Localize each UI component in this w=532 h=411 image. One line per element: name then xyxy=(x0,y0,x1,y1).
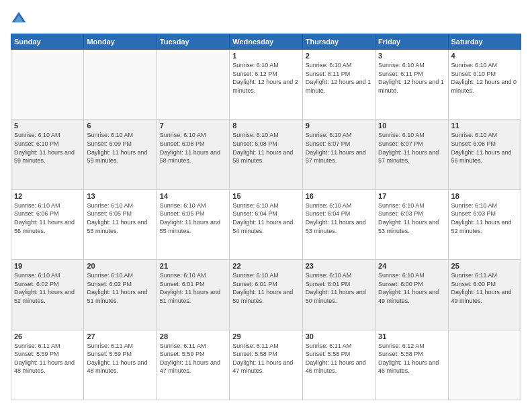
day-info: Sunrise: 6:10 AM Sunset: 6:07 PM Dayligh… xyxy=(378,131,445,165)
calendar-cell: 29Sunrise: 6:11 AM Sunset: 5:58 PM Dayli… xyxy=(230,330,302,400)
day-info: Sunrise: 6:11 AM Sunset: 5:58 PM Dayligh… xyxy=(306,342,372,375)
calendar-cell: 12Sunrise: 6:10 AM Sunset: 6:06 PM Dayli… xyxy=(11,189,84,259)
day-number: 10 xyxy=(378,122,445,130)
week-row-1: 1Sunrise: 6:10 AM Sunset: 6:12 PM Daylig… xyxy=(11,50,521,120)
calendar-cell: 22Sunrise: 6:10 AM Sunset: 6:01 PM Dayli… xyxy=(230,260,302,330)
day-number: 19 xyxy=(14,262,81,270)
day-number: 14 xyxy=(160,192,226,200)
day-info: Sunrise: 6:10 AM Sunset: 6:11 PM Dayligh… xyxy=(306,61,372,95)
day-number: 5 xyxy=(14,122,81,130)
calendar-cell: 28Sunrise: 6:11 AM Sunset: 5:59 PM Dayli… xyxy=(157,330,229,400)
calendar-cell: 30Sunrise: 6:11 AM Sunset: 5:58 PM Dayli… xyxy=(302,330,375,400)
calendar-cell: 15Sunrise: 6:10 AM Sunset: 6:04 PM Dayli… xyxy=(230,189,302,259)
calendar-cell: 21Sunrise: 6:10 AM Sunset: 6:01 PM Dayli… xyxy=(157,260,229,330)
calendar-cell: 24Sunrise: 6:10 AM Sunset: 6:00 PM Dayli… xyxy=(375,260,448,330)
weekday-header-wednesday: Wednesday xyxy=(230,34,302,50)
calendar-cell: 1Sunrise: 6:10 AM Sunset: 6:12 PM Daylig… xyxy=(230,50,302,120)
calendar-table: SundayMondayTuesdayWednesdayThursdayFrid… xyxy=(11,34,521,400)
day-number: 8 xyxy=(232,122,299,130)
day-info: Sunrise: 6:10 AM Sunset: 6:11 PM Dayligh… xyxy=(378,61,445,95)
day-info: Sunrise: 6:10 AM Sunset: 6:10 PM Dayligh… xyxy=(451,61,518,95)
logo xyxy=(11,11,30,27)
calendar-cell: 17Sunrise: 6:10 AM Sunset: 6:03 PM Dayli… xyxy=(375,189,448,259)
calendar-cell: 16Sunrise: 6:10 AM Sunset: 6:04 PM Dayli… xyxy=(302,189,375,259)
day-number: 9 xyxy=(306,122,372,130)
page: SundayMondayTuesdayWednesdayThursdayFrid… xyxy=(0,0,532,411)
calendar-cell xyxy=(448,330,521,400)
day-number: 2 xyxy=(306,52,372,60)
day-info: Sunrise: 6:10 AM Sunset: 6:05 PM Dayligh… xyxy=(87,201,153,235)
day-info: Sunrise: 6:10 AM Sunset: 6:09 PM Dayligh… xyxy=(87,131,153,165)
weekday-header-sunday: Sunday xyxy=(11,34,84,50)
day-number: 1 xyxy=(232,52,299,60)
day-number: 18 xyxy=(451,192,518,200)
weekday-header-thursday: Thursday xyxy=(302,34,375,50)
header xyxy=(11,11,521,27)
calendar-cell: 3Sunrise: 6:10 AM Sunset: 6:11 PM Daylig… xyxy=(375,50,448,120)
day-number: 24 xyxy=(378,262,445,270)
day-number: 21 xyxy=(160,262,226,270)
day-number: 29 xyxy=(232,332,299,340)
day-info: Sunrise: 6:10 AM Sunset: 6:01 PM Dayligh… xyxy=(160,271,226,305)
weekday-header-tuesday: Tuesday xyxy=(157,34,229,50)
day-info: Sunrise: 6:10 AM Sunset: 6:12 PM Dayligh… xyxy=(232,61,299,95)
calendar-cell: 13Sunrise: 6:10 AM Sunset: 6:05 PM Dayli… xyxy=(84,189,157,259)
day-info: Sunrise: 6:10 AM Sunset: 6:07 PM Dayligh… xyxy=(306,131,372,165)
day-info: Sunrise: 6:10 AM Sunset: 6:02 PM Dayligh… xyxy=(87,271,153,305)
day-info: Sunrise: 6:10 AM Sunset: 6:01 PM Dayligh… xyxy=(306,271,372,305)
day-info: Sunrise: 6:10 AM Sunset: 6:03 PM Dayligh… xyxy=(451,201,518,235)
week-row-4: 19Sunrise: 6:10 AM Sunset: 6:02 PM Dayli… xyxy=(11,260,521,330)
day-info: Sunrise: 6:10 AM Sunset: 6:02 PM Dayligh… xyxy=(14,271,81,305)
week-row-2: 5Sunrise: 6:10 AM Sunset: 6:10 PM Daylig… xyxy=(11,120,521,189)
day-number: 30 xyxy=(306,332,372,340)
day-info: Sunrise: 6:11 AM Sunset: 5:59 PM Dayligh… xyxy=(160,342,226,375)
day-number: 28 xyxy=(160,332,226,340)
day-info: Sunrise: 6:10 AM Sunset: 6:04 PM Dayligh… xyxy=(232,201,299,235)
day-info: Sunrise: 6:11 AM Sunset: 5:59 PM Dayligh… xyxy=(14,342,81,375)
day-info: Sunrise: 6:10 AM Sunset: 6:05 PM Dayligh… xyxy=(160,201,226,235)
calendar-cell: 18Sunrise: 6:10 AM Sunset: 6:03 PM Dayli… xyxy=(448,189,521,259)
weekday-header-saturday: Saturday xyxy=(448,34,521,50)
calendar-cell: 8Sunrise: 6:10 AM Sunset: 6:08 PM Daylig… xyxy=(230,120,302,189)
day-info: Sunrise: 6:11 AM Sunset: 5:59 PM Dayligh… xyxy=(87,342,153,375)
calendar-cell: 26Sunrise: 6:11 AM Sunset: 5:59 PM Dayli… xyxy=(11,330,84,400)
day-info: Sunrise: 6:11 AM Sunset: 6:00 PM Dayligh… xyxy=(451,271,518,305)
logo-icon xyxy=(11,11,27,27)
day-info: Sunrise: 6:10 AM Sunset: 6:00 PM Dayligh… xyxy=(378,271,445,305)
day-info: Sunrise: 6:12 AM Sunset: 5:58 PM Dayligh… xyxy=(378,342,445,375)
day-info: Sunrise: 6:10 AM Sunset: 6:04 PM Dayligh… xyxy=(306,201,372,235)
day-info: Sunrise: 6:10 AM Sunset: 6:03 PM Dayligh… xyxy=(378,201,445,235)
day-number: 4 xyxy=(451,52,518,60)
day-info: Sunrise: 6:10 AM Sunset: 6:01 PM Dayligh… xyxy=(232,271,299,305)
calendar-cell: 9Sunrise: 6:10 AM Sunset: 6:07 PM Daylig… xyxy=(302,120,375,189)
day-number: 27 xyxy=(87,332,153,340)
day-number: 17 xyxy=(378,192,445,200)
day-info: Sunrise: 6:11 AM Sunset: 5:58 PM Dayligh… xyxy=(232,342,299,375)
weekday-header-monday: Monday xyxy=(84,34,157,50)
calendar-cell: 14Sunrise: 6:10 AM Sunset: 6:05 PM Dayli… xyxy=(157,189,229,259)
day-info: Sunrise: 6:10 AM Sunset: 6:08 PM Dayligh… xyxy=(160,131,226,165)
day-number: 16 xyxy=(306,192,372,200)
calendar-cell: 27Sunrise: 6:11 AM Sunset: 5:59 PM Dayli… xyxy=(84,330,157,400)
calendar-cell: 5Sunrise: 6:10 AM Sunset: 6:10 PM Daylig… xyxy=(11,120,84,189)
day-number: 13 xyxy=(87,192,153,200)
day-info: Sunrise: 6:10 AM Sunset: 6:06 PM Dayligh… xyxy=(14,201,81,235)
day-number: 22 xyxy=(232,262,299,270)
calendar-cell: 11Sunrise: 6:10 AM Sunset: 6:06 PM Dayli… xyxy=(448,120,521,189)
calendar-cell: 31Sunrise: 6:12 AM Sunset: 5:58 PM Dayli… xyxy=(375,330,448,400)
day-number: 3 xyxy=(378,52,445,60)
calendar-cell: 23Sunrise: 6:10 AM Sunset: 6:01 PM Dayli… xyxy=(302,260,375,330)
calendar-cell xyxy=(157,50,229,120)
day-number: 12 xyxy=(14,192,81,200)
day-info: Sunrise: 6:10 AM Sunset: 6:06 PM Dayligh… xyxy=(451,131,518,165)
day-number: 11 xyxy=(451,122,518,130)
calendar-cell: 6Sunrise: 6:10 AM Sunset: 6:09 PM Daylig… xyxy=(84,120,157,189)
calendar-cell: 19Sunrise: 6:10 AM Sunset: 6:02 PM Dayli… xyxy=(11,260,84,330)
weekday-header-friday: Friday xyxy=(375,34,448,50)
weekday-header-row: SundayMondayTuesdayWednesdayThursdayFrid… xyxy=(11,34,521,50)
calendar-cell: 25Sunrise: 6:11 AM Sunset: 6:00 PM Dayli… xyxy=(448,260,521,330)
day-number: 26 xyxy=(14,332,81,340)
calendar-cell: 10Sunrise: 6:10 AM Sunset: 6:07 PM Dayli… xyxy=(375,120,448,189)
day-number: 23 xyxy=(306,262,372,270)
day-info: Sunrise: 6:10 AM Sunset: 6:10 PM Dayligh… xyxy=(14,131,81,165)
